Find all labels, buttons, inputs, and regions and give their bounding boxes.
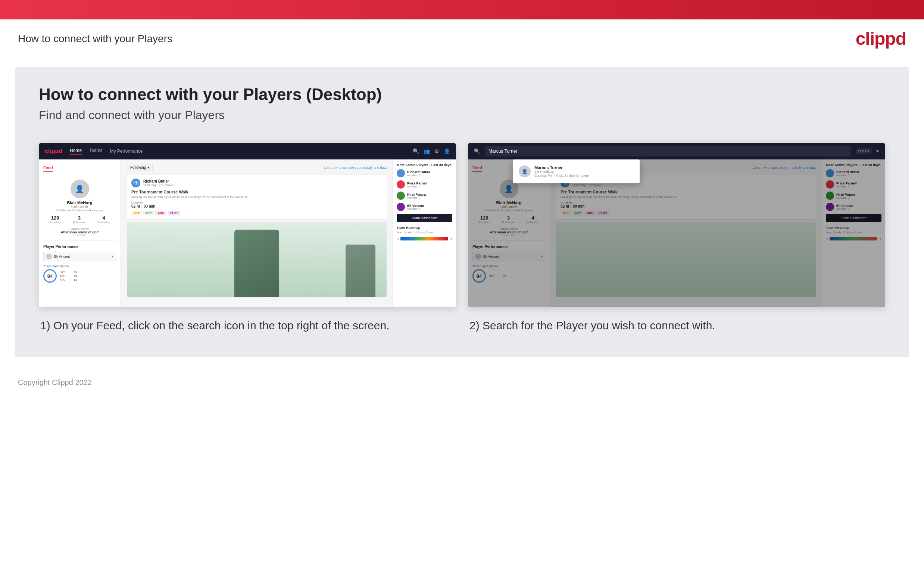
activity-user-name: Richard Butler: [143, 179, 173, 183]
duration-label: Duration: [131, 201, 382, 204]
player-performance: Player Performance Eli Vincent ▾ Total P…: [43, 245, 116, 283]
app-value: 70: [71, 275, 77, 278]
player-select-dropdown[interactable]: Eli Vincent ▾: [43, 252, 116, 261]
search-result-name: Marcus Turner: [534, 166, 589, 170]
player-select-name: Eli Vincent: [54, 255, 110, 258]
copyright-text: Copyright Clippd 2022: [18, 378, 92, 386]
search-dropdown: 👤 Marcus Turner 1.5 Handicap Cypress Poi…: [513, 159, 640, 183]
search-result-item[interactable]: 👤 Marcus Turner 1.5 Handicap Cypress Poi…: [513, 162, 640, 180]
player-perf-title: Player Performance: [43, 245, 116, 249]
feed-label: Feed: [43, 166, 53, 172]
player-list-item: Richard Butler Activities: 7: [397, 169, 452, 177]
following-label: Following: [130, 166, 146, 169]
search-result-avatar: 👤: [519, 166, 531, 177]
page-title: How to connect with your Players: [18, 33, 172, 45]
dropdown-chevron-icon: ▾: [147, 166, 149, 169]
clear-button[interactable]: CLEAR: [856, 148, 871, 154]
activity-tags: OTT APP ARG PUTT: [131, 211, 382, 216]
profile-club: Mill Ride Golf Club, United Kingdom: [43, 209, 116, 212]
latest-activity-name: Afternoon round of golf: [43, 231, 116, 234]
search-input-mock[interactable]: Marcus Turner: [485, 146, 851, 156]
followers-count: 3: [73, 215, 86, 221]
screenshots-row: clippd Home Teams My Performance 🔍 👥 ⚙ 👤: [39, 143, 885, 333]
close-button[interactable]: ×: [876, 148, 879, 154]
player-name-3: Hiral Pujara: [407, 193, 426, 196]
search-icon[interactable]: 🔍: [413, 148, 419, 154]
following-row: Following ▾ Control who can see your act…: [127, 164, 387, 171]
profile-avatar: 👤: [71, 180, 89, 198]
player-acts-1: Activities: 7: [407, 174, 430, 177]
tag-app: APP: [143, 211, 154, 216]
quality-bars: OTT 79 APP: [60, 271, 77, 282]
left-panel: Feed 👤 Blair McHarg Golf Coach Mill Ride…: [39, 159, 121, 307]
caption-2: 2) Search for the Player you wish to con…: [468, 318, 885, 333]
score-section: 84 OTT 79: [43, 269, 116, 283]
player-avatar-3: [397, 192, 405, 200]
player-name-4: Eli Vincent: [407, 204, 424, 208]
player-acts-2: Activities: 4: [407, 185, 428, 188]
player-avatar-1: [397, 169, 405, 177]
arg-label: ARG: [60, 279, 68, 281]
heatmap-chart: -5 +5: [397, 237, 452, 240]
golfer-image-area: [127, 222, 387, 297]
nav-item-myperformance[interactable]: My Performance: [110, 149, 142, 154]
nav-item-home[interactable]: Home: [70, 148, 82, 154]
screenshot-1-frame: clippd Home Teams My Performance 🔍 👥 ⚙ 👤: [39, 143, 456, 307]
player-select-avatar: [46, 253, 52, 260]
team-dashboard-button[interactable]: Team Dashboard: [397, 214, 452, 222]
most-active-title: Most Active Players - Last 30 days: [397, 163, 452, 167]
logo: clippd: [856, 28, 906, 49]
profile-section: 👤 Blair McHarg Golf Coach Mill Ride Golf…: [43, 176, 116, 241]
search-input-value: Marcus Turner: [489, 149, 517, 154]
footer: Copyright Clippd 2022: [0, 369, 924, 396]
app-label: APP: [60, 275, 68, 278]
following-label: Following: [97, 221, 110, 224]
right-panel: Most Active Players - Last 30 days Richa…: [393, 159, 456, 307]
following-count: 4: [97, 215, 110, 221]
activity-user-row: RB Richard Butler Yesterday · The Grove: [131, 179, 382, 187]
caption-1: 1) On your Feed, click on the search ico…: [39, 318, 456, 333]
activities-label: Activities: [49, 221, 61, 224]
duration-value: 02 hr : 00 min: [131, 204, 382, 208]
settings-icon[interactable]: ⚙: [434, 148, 439, 154]
search-result-club: Cypress Point Club, United Kingdom: [534, 174, 589, 177]
player-acts-3: Activities: 3: [407, 196, 426, 199]
latest-activity: Latest Activity Afternoon round of golf …: [43, 227, 116, 237]
search-result-handicap: 1.5 Handicap: [534, 170, 589, 174]
followers-label: Followers: [73, 221, 86, 224]
main-content: How to connect with your Players (Deskto…: [15, 67, 909, 357]
nav-item-teams[interactable]: Teams: [89, 148, 102, 154]
people-icon[interactable]: 👥: [424, 148, 430, 154]
app-nav-logo: clippd: [45, 148, 62, 154]
top-bar: [0, 0, 924, 19]
nav-icons: 🔍 👥 ⚙ 👤: [413, 148, 450, 154]
player-list-item-3: Hiral Pujara Activities: 3: [397, 192, 452, 200]
screenshot-2-col: clippd Home Teams My Performance 🔍 👥 ⚙ 👤: [468, 143, 885, 333]
profile-name: Blair McHarg: [43, 201, 116, 205]
player-name-2: Piers Parnell: [407, 182, 428, 185]
avatar-icon[interactable]: 👤: [444, 148, 450, 154]
score-circle: 84: [43, 269, 57, 283]
app-bar-row: APP 70: [60, 275, 77, 278]
ott-label: OTT: [60, 271, 68, 274]
activity-meta: Yesterday · The Grove: [143, 183, 173, 187]
search-icon-overlay: 🔍: [474, 148, 480, 154]
ott-bar-row: OTT 79: [60, 271, 77, 274]
following-button[interactable]: Following ▾: [127, 164, 153, 171]
screenshot-2-frame: clippd Home Teams My Performance 🔍 👥 ⚙ 👤: [468, 143, 885, 307]
latest-activity-date: 27 Jul 2022: [43, 234, 116, 237]
search-result-info: Marcus Turner 1.5 Handicap Cypress Point…: [534, 166, 589, 177]
activity-card: RB Richard Butler Yesterday · The Grove …: [127, 175, 387, 219]
arg-value: 61: [71, 279, 77, 281]
center-panel: Following ▾ Control who can see your act…: [121, 159, 393, 307]
arg-bar-row: ARG 61: [60, 279, 77, 281]
player-avatar-4: [397, 203, 405, 211]
quality-label: Total Player Quality: [43, 265, 116, 268]
profile-stats: 129 Activities 3 Followers 4 Following: [43, 215, 116, 224]
golfer-silhouette: [235, 230, 279, 297]
activity-desc: Walking the course with my coach to buil…: [131, 195, 382, 199]
golfer-silhouette-2: [346, 245, 375, 297]
dropdown-arrow-icon: ▾: [112, 255, 113, 258]
screenshot-1-col: clippd Home Teams My Performance 🔍 👥 ⚙ 👤: [39, 143, 456, 333]
control-link[interactable]: Control who can see your activity and da…: [323, 166, 387, 169]
